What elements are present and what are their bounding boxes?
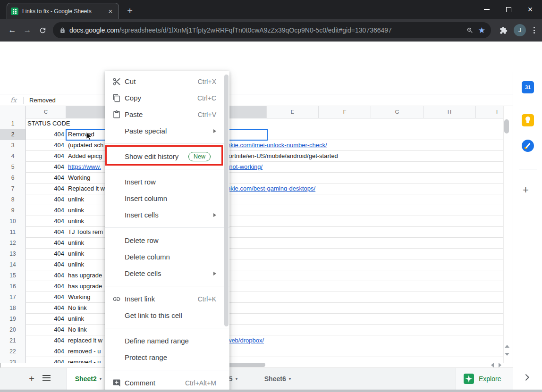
cell-C21[interactable]: 404 [26, 335, 66, 346]
menu-scrollbar-thumb[interactable] [224, 75, 229, 326]
menuitem-paste[interactable]: PasteCtrl+V [105, 106, 229, 123]
cell-C2[interactable]: 404 [26, 129, 66, 140]
row-header-10[interactable]: 10 [0, 216, 26, 227]
cell-C9[interactable]: 404 [26, 205, 66, 216]
tasks-icon[interactable] [522, 140, 534, 152]
row-header-2[interactable]: 2 [0, 129, 26, 140]
cell-C3[interactable]: 404 [26, 140, 66, 151]
scroll-right-icon[interactable] [499, 363, 501, 367]
maximize-button[interactable] [498, 0, 519, 19]
menuitem-delete-cells[interactable]: Delete cells [105, 265, 229, 282]
sheet-tab-sheet6[interactable]: Sheet6▾ [253, 368, 302, 390]
row-header-16[interactable]: 16 [0, 281, 26, 292]
menuitem-protect-range[interactable]: Protect range [105, 349, 229, 366]
reload-icon[interactable] [35, 23, 50, 38]
scroll-down-icon[interactable] [505, 353, 509, 356]
row-header-14[interactable]: 14 [0, 259, 26, 270]
zoom-icon[interactable] [466, 27, 474, 34]
menuitem-copy[interactable]: CopyCtrl+C [105, 90, 229, 106]
row-header-15[interactable]: 15 [0, 270, 26, 281]
forward-icon[interactable]: → [20, 23, 35, 38]
vertical-scrollbar[interactable] [503, 106, 510, 363]
row-header-5[interactable]: 5 [0, 162, 26, 173]
row-header-20[interactable]: 20 [0, 325, 26, 335]
column-header-h[interactable]: H [423, 106, 476, 118]
row-header-12[interactable]: 12 [0, 238, 26, 249]
row-header-18[interactable]: 18 [0, 303, 26, 314]
menuitem-cut[interactable]: CutCtrl+X [105, 73, 229, 90]
row-header-4[interactable]: 4 [0, 151, 26, 162]
menuitem-get-link-to-this-cell[interactable]: Get link to this cell [105, 307, 229, 324]
cell-C8[interactable]: 404 [26, 194, 66, 205]
cell-C1[interactable]: STATUS CODE [26, 118, 72, 129]
cell-C17[interactable]: 404 [26, 292, 66, 303]
menuitem-delete-column[interactable]: Delete column [105, 249, 229, 265]
cell-C5[interactable]: 404 [26, 162, 66, 173]
row-header-22[interactable]: 22 [0, 346, 26, 357]
menuitem-insert-column[interactable]: Insert column [105, 190, 229, 207]
scroll-left-icon[interactable] [491, 363, 494, 367]
cell-C15[interactable]: 404 [26, 270, 66, 281]
explore-button[interactable]: Explore [456, 368, 513, 390]
column-header-c[interactable]: C [26, 106, 66, 118]
column-header-i[interactable]: I [476, 106, 503, 118]
menuitem-insert-link[interactable]: Insert linkCtrl+K [105, 291, 229, 307]
url-bar[interactable]: docs.google.com/spreadsheets/d/1lXnMj1Tf… [53, 22, 491, 38]
row-header-19[interactable]: 19 [0, 314, 26, 325]
cell-C23[interactable]: 404 [26, 357, 66, 363]
close-button[interactable]: × [519, 0, 541, 19]
menuitem-paste-special[interactable]: Paste special [105, 123, 229, 139]
row-header-8[interactable]: 8 [0, 194, 26, 205]
cell-C14[interactable]: 404 [26, 259, 66, 270]
menuitem-insert-row[interactable]: Insert row [105, 174, 229, 190]
cell-C10[interactable]: 404 [26, 216, 66, 227]
formula-input[interactable]: Removed [29, 97, 56, 104]
row-header-1[interactable]: 1 [0, 118, 26, 129]
column-header-g[interactable]: G [371, 106, 423, 118]
select-all-corner[interactable] [0, 106, 26, 118]
keep-icon[interactable] [522, 114, 534, 126]
row-header-17[interactable]: 17 [0, 292, 26, 303]
row-header-11[interactable]: 11 [0, 227, 26, 238]
back-icon[interactable]: ← [5, 23, 20, 38]
cell-C11[interactable]: 404 [26, 227, 66, 238]
tab-close-icon[interactable]: × [106, 7, 115, 16]
cell-C16[interactable]: 404 [26, 281, 66, 292]
menuitem-insert-cells[interactable]: Insert cells [105, 207, 229, 223]
menuitem-comment[interactable]: CommentCtrl+Alt+M [105, 375, 229, 391]
cell-C13[interactable]: 404 [26, 249, 66, 259]
browser-menu-icon[interactable] [529, 26, 539, 35]
cell-C12[interactable]: 404 [26, 238, 66, 249]
lock-icon[interactable] [59, 27, 66, 33]
cell-C7[interactable]: 404 [26, 183, 66, 194]
row-header-23[interactable]: 23 [0, 357, 26, 363]
row-header-21[interactable]: 21 [0, 335, 26, 346]
row-header-13[interactable]: 13 [0, 249, 26, 259]
cell-C20[interactable]: 404 [26, 325, 66, 335]
cell-C6[interactable]: 404 [26, 173, 66, 183]
menuitem-define-named-range[interactable]: Define named range [105, 333, 229, 349]
row-header-3[interactable]: 3 [0, 140, 26, 151]
column-header-f[interactable]: F [319, 106, 371, 118]
sheet-tab-sheet2[interactable]: Sheet2▾ [66, 368, 110, 390]
browser-profile-avatar[interactable]: J [514, 24, 526, 36]
calendar-icon[interactable]: 31 [522, 81, 534, 93]
menuitem-delete-row[interactable]: Delete row [105, 232, 229, 249]
chevron-right-icon[interactable] [523, 374, 529, 381]
cell-C4[interactable]: 404 [26, 151, 66, 162]
bookmark-star-icon[interactable]: ★ [478, 26, 485, 34]
browser-tab[interactable]: Links to fix - Google Sheets × [7, 3, 119, 19]
minimize-button[interactable] [476, 0, 498, 19]
row-header-6[interactable]: 6 [0, 173, 26, 183]
extensions-icon[interactable] [496, 23, 511, 38]
row-header-7[interactable]: 7 [0, 183, 26, 194]
cell-C22[interactable]: 404 [26, 346, 66, 357]
cell-C19[interactable]: 404 [26, 314, 66, 325]
column-header-e[interactable]: E [267, 106, 319, 118]
vertical-scrollbar-thumb[interactable] [504, 119, 509, 133]
scroll-up-icon[interactable] [505, 345, 509, 348]
get-addons-icon[interactable]: + [523, 184, 529, 196]
cell-C18[interactable]: 404 [26, 303, 66, 314]
row-header-9[interactable]: 9 [0, 205, 26, 216]
new-tab-button[interactable]: + [124, 5, 136, 17]
